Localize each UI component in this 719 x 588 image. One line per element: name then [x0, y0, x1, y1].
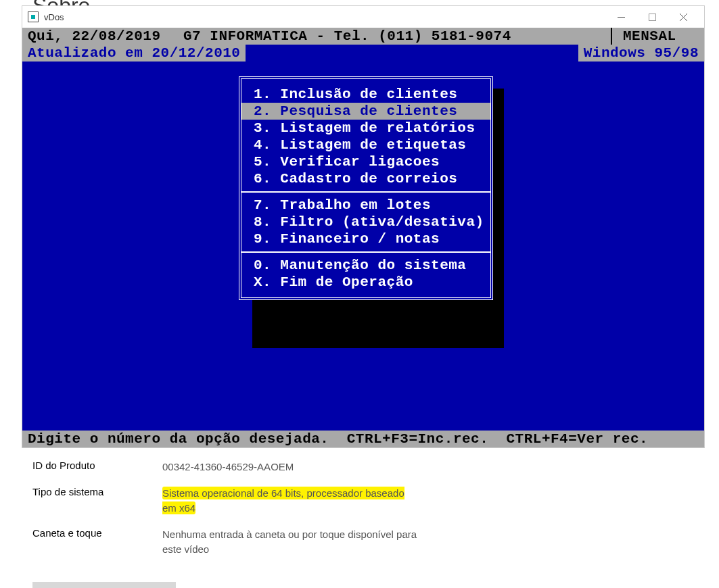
menu-item-7[interactable]: 7. Trabalho em lotes — [241, 197, 490, 214]
dos-footer-prompt: Digite o número da opção desejada. CTRL+… — [28, 431, 648, 447]
dos-footer: Digite o número da opção desejada. CTRL+… — [22, 431, 704, 447]
menu-item-6[interactable]: 6. Cadastro de correios — [241, 170, 490, 187]
highlighted-text: Sistema operacional de 64 bits, processa… — [162, 487, 404, 515]
dos-updated-label: Atualizado em 20/12/2010 — [22, 45, 246, 62]
app-icon — [28, 11, 39, 22]
menu-item-9[interactable]: 9. Financeiro / notas — [241, 230, 490, 247]
dos-os-label: Windows 95/98 — [578, 45, 704, 62]
menu-item-8[interactable]: 8. Filtro (ativa/desativa) — [241, 214, 490, 230]
menu-item-1[interactable]: 1. Inclusão de clientes — [241, 86, 490, 103]
rename-computer-button[interactable]: Renomear este computador — [32, 582, 176, 589]
system-settings: ID do Produto00342-41360-46529-AAOEMTipo… — [32, 460, 574, 588]
settings-label: ID do Produto — [32, 460, 162, 475]
menu-item-3[interactable]: 3. Listagem de relatórios — [241, 120, 490, 137]
window-title: vDos — [44, 12, 605, 22]
settings-row: Caneta e toqueNenhuma entrada à caneta o… — [32, 527, 574, 558]
window-controls — [605, 6, 699, 28]
menu-item-0[interactable]: 0. Manutenção do sistema — [241, 257, 490, 274]
dos-body: 1. Inclusão de clientes2. Pesquisa de cl… — [22, 62, 704, 431]
settings-value: 00342-41360-46529-AAOEM — [162, 460, 419, 475]
minimize-button[interactable] — [605, 6, 636, 28]
settings-label: Tipo de sistema — [32, 486, 162, 516]
window-titlebar[interactable]: vDos — [22, 6, 704, 28]
dos-header-mode: MENSAL — [611, 28, 699, 45]
svg-rect-1 — [649, 14, 655, 20]
menu-item-4[interactable]: 4. Listagem de etiquetas — [241, 137, 490, 153]
menu-divider — [241, 191, 490, 193]
maximize-button[interactable] — [636, 6, 668, 28]
settings-row: ID do Produto00342-41360-46529-AAOEM — [32, 460, 574, 475]
dos-menu: 1. Inclusão de clientes2. Pesquisa de cl… — [239, 76, 493, 300]
settings-value: Sistema operacional de 64 bits, processa… — [162, 486, 419, 516]
menu-item-2[interactable]: 2. Pesquisa de clientes — [241, 103, 490, 120]
settings-label: Caneta e toque — [32, 527, 162, 558]
close-button[interactable] — [668, 6, 699, 28]
dos-header-company: G7 INFORMATICA - Tel. (011) 5181-9074 — [177, 28, 611, 45]
menu-divider — [241, 251, 490, 253]
settings-value: Nenhuma entrada à caneta ou por toque di… — [162, 527, 419, 558]
dos-header-date: Qui, 22/08/2019 — [28, 28, 177, 45]
dos-subheader: Atualizado em 20/12/2010 Windows 95/98 — [22, 45, 704, 62]
menu-item-X[interactable]: X. Fim de Operação — [241, 274, 490, 291]
settings-row: Tipo de sistemaSistema operacional de 64… — [32, 486, 574, 516]
dos-header: Qui, 22/08/2019 G7 INFORMATICA - Tel. (0… — [22, 28, 704, 45]
dos-screen: Qui, 22/08/2019 G7 INFORMATICA - Tel. (0… — [22, 28, 704, 447]
vdos-window: vDos Qui, 22/08/2019 G7 INFORMATICA - Te… — [22, 5, 705, 448]
menu-item-5[interactable]: 5. Verificar ligacoes — [241, 153, 490, 170]
